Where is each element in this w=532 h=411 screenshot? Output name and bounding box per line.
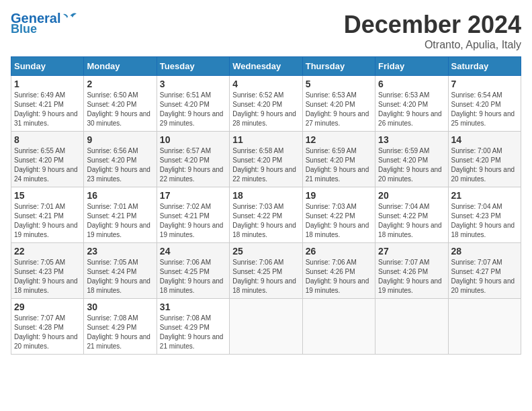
logo: General Blue	[11, 11, 78, 36]
day-info: Sunrise: 6:50 AM Sunset: 4:20 PM Dayligh…	[87, 91, 153, 128]
calendar-cell: 31 Sunrise: 7:08 AM Sunset: 4:29 PM Dayl…	[157, 299, 229, 355]
day-info: Sunrise: 6:52 AM Sunset: 4:20 PM Dayligh…	[232, 91, 299, 128]
day-number: 5	[306, 79, 372, 89]
day-info: Sunrise: 7:06 AM Sunset: 4:26 PM Dayligh…	[306, 258, 372, 295]
day-number: 7	[451, 79, 518, 89]
day-info: Sunrise: 6:51 AM Sunset: 4:20 PM Dayligh…	[160, 91, 226, 128]
day-info: Sunrise: 7:04 AM Sunset: 4:22 PM Dayligh…	[378, 202, 445, 240]
day-number: 8	[14, 134, 81, 145]
calendar-cell: 10 Sunrise: 6:57 AM Sunset: 4:20 PM Dayl…	[157, 132, 229, 187]
day-info: Sunrise: 7:04 AM Sunset: 4:23 PM Dayligh…	[451, 202, 518, 240]
calendar-cell	[302, 299, 375, 355]
day-info: Sunrise: 7:03 AM Sunset: 4:22 PM Dayligh…	[232, 202, 299, 240]
day-number: 1	[14, 79, 81, 89]
day-info: Sunrise: 7:01 AM Sunset: 4:21 PM Dayligh…	[87, 202, 153, 240]
day-number: 21	[451, 190, 518, 201]
day-number: 6	[378, 79, 445, 89]
calendar-cell: 29 Sunrise: 7:07 AM Sunset: 4:28 PM Dayl…	[11, 299, 84, 355]
calendar-cell: 12 Sunrise: 6:59 AM Sunset: 4:20 PM Dayl…	[302, 132, 375, 187]
calendar-cell: 20 Sunrise: 7:04 AM Sunset: 4:22 PM Dayl…	[375, 187, 448, 243]
day-number: 13	[378, 134, 445, 145]
day-number: 3	[160, 79, 226, 89]
calendar-cell	[230, 299, 302, 355]
day-info: Sunrise: 7:01 AM Sunset: 4:21 PM Dayligh…	[14, 202, 81, 240]
calendar-cell: 26 Sunrise: 7:06 AM Sunset: 4:26 PM Dayl…	[302, 243, 375, 299]
page-header: General Blue December 2024 Otranto, Apul…	[11, 11, 521, 51]
calendar-cell: 3 Sunrise: 6:51 AM Sunset: 4:20 PM Dayli…	[157, 76, 229, 132]
day-number: 11	[232, 134, 299, 145]
day-info: Sunrise: 7:06 AM Sunset: 4:25 PM Dayligh…	[160, 258, 226, 295]
day-info: Sunrise: 7:06 AM Sunset: 4:25 PM Dayligh…	[232, 258, 299, 295]
calendar-week-4: 22 Sunrise: 7:05 AM Sunset: 4:23 PM Dayl…	[11, 243, 521, 299]
day-info: Sunrise: 6:56 AM Sunset: 4:20 PM Dayligh…	[87, 146, 153, 184]
calendar-cell: 30 Sunrise: 7:08 AM Sunset: 4:29 PM Dayl…	[84, 299, 157, 355]
calendar-cell: 7 Sunrise: 6:54 AM Sunset: 4:20 PM Dayli…	[448, 76, 521, 132]
day-info: Sunrise: 7:02 AM Sunset: 4:21 PM Dayligh…	[160, 202, 226, 240]
calendar-header-thursday: Thursday	[302, 57, 375, 76]
calendar-cell: 24 Sunrise: 7:06 AM Sunset: 4:25 PM Dayl…	[157, 243, 229, 299]
day-number: 19	[306, 190, 372, 201]
calendar-header-row: SundayMondayTuesdayWednesdayThursdayFrid…	[11, 57, 521, 76]
calendar-cell: 5 Sunrise: 6:53 AM Sunset: 4:20 PM Dayli…	[302, 76, 375, 132]
day-number: 10	[160, 134, 226, 145]
day-number: 15	[14, 190, 81, 201]
day-info: Sunrise: 7:07 AM Sunset: 4:27 PM Dayligh…	[451, 258, 518, 295]
day-info: Sunrise: 6:57 AM Sunset: 4:20 PM Dayligh…	[160, 146, 226, 184]
calendar-cell: 25 Sunrise: 7:06 AM Sunset: 4:25 PM Dayl…	[230, 243, 302, 299]
day-number: 16	[87, 190, 153, 201]
calendar-header-friday: Friday	[375, 57, 448, 76]
logo-bird-icon	[63, 11, 78, 23]
day-number: 2	[87, 79, 153, 89]
day-info: Sunrise: 6:59 AM Sunset: 4:20 PM Dayligh…	[306, 146, 372, 184]
calendar-cell: 1 Sunrise: 6:49 AM Sunset: 4:21 PM Dayli…	[11, 76, 84, 132]
calendar-header-monday: Monday	[84, 57, 157, 76]
calendar-cell: 2 Sunrise: 6:50 AM Sunset: 4:20 PM Dayli…	[84, 76, 157, 132]
title-block: December 2024 Otranto, Apulia, Italy	[344, 11, 521, 51]
calendar-header-saturday: Saturday	[448, 57, 521, 76]
day-number: 17	[160, 190, 226, 201]
day-info: Sunrise: 6:53 AM Sunset: 4:20 PM Dayligh…	[378, 91, 445, 128]
day-number: 12	[306, 134, 372, 145]
calendar-table: SundayMondayTuesdayWednesdayThursdayFrid…	[11, 56, 521, 355]
day-number: 20	[378, 190, 445, 201]
month-title: December 2024	[344, 11, 521, 39]
day-info: Sunrise: 7:03 AM Sunset: 4:22 PM Dayligh…	[306, 202, 372, 240]
calendar-header-wednesday: Wednesday	[230, 57, 302, 76]
calendar-cell: 18 Sunrise: 7:03 AM Sunset: 4:22 PM Dayl…	[230, 187, 302, 243]
day-number: 14	[451, 134, 518, 145]
day-info: Sunrise: 7:05 AM Sunset: 4:23 PM Dayligh…	[14, 258, 81, 295]
day-info: Sunrise: 6:54 AM Sunset: 4:20 PM Dayligh…	[451, 91, 518, 128]
calendar-cell: 28 Sunrise: 7:07 AM Sunset: 4:27 PM Dayl…	[448, 243, 521, 299]
day-info: Sunrise: 7:07 AM Sunset: 4:28 PM Dayligh…	[14, 314, 81, 351]
calendar-body: 1 Sunrise: 6:49 AM Sunset: 4:21 PM Dayli…	[11, 76, 521, 355]
calendar-cell: 17 Sunrise: 7:02 AM Sunset: 4:21 PM Dayl…	[157, 187, 229, 243]
calendar-header-sunday: Sunday	[11, 57, 84, 76]
calendar-week-1: 1 Sunrise: 6:49 AM Sunset: 4:21 PM Dayli…	[11, 76, 521, 132]
day-info: Sunrise: 7:08 AM Sunset: 4:29 PM Dayligh…	[87, 314, 153, 351]
calendar-cell: 27 Sunrise: 7:07 AM Sunset: 4:26 PM Dayl…	[375, 243, 448, 299]
day-number: 27	[378, 246, 445, 257]
day-number: 29	[14, 302, 81, 312]
day-info: Sunrise: 6:53 AM Sunset: 4:20 PM Dayligh…	[306, 91, 372, 128]
day-number: 23	[87, 246, 153, 257]
day-number: 4	[232, 79, 299, 89]
day-number: 25	[232, 246, 299, 257]
calendar-cell: 11 Sunrise: 6:58 AM Sunset: 4:20 PM Dayl…	[230, 132, 302, 187]
location: Otranto, Apulia, Italy	[344, 39, 521, 51]
day-info: Sunrise: 6:59 AM Sunset: 4:20 PM Dayligh…	[378, 146, 445, 184]
calendar-cell: 19 Sunrise: 7:03 AM Sunset: 4:22 PM Dayl…	[302, 187, 375, 243]
calendar-cell	[448, 299, 521, 355]
calendar-week-3: 15 Sunrise: 7:01 AM Sunset: 4:21 PM Dayl…	[11, 187, 521, 243]
day-info: Sunrise: 7:00 AM Sunset: 4:20 PM Dayligh…	[451, 146, 518, 184]
day-number: 24	[160, 246, 226, 257]
calendar-header-tuesday: Tuesday	[157, 57, 229, 76]
calendar-cell: 9 Sunrise: 6:56 AM Sunset: 4:20 PM Dayli…	[84, 132, 157, 187]
day-number: 31	[160, 302, 226, 312]
calendar-cell: 23 Sunrise: 7:05 AM Sunset: 4:24 PM Dayl…	[84, 243, 157, 299]
calendar-week-5: 29 Sunrise: 7:07 AM Sunset: 4:28 PM Dayl…	[11, 299, 521, 355]
day-info: Sunrise: 6:55 AM Sunset: 4:20 PM Dayligh…	[14, 146, 81, 184]
day-number: 26	[306, 246, 372, 257]
day-number: 30	[87, 302, 153, 312]
calendar-week-2: 8 Sunrise: 6:55 AM Sunset: 4:20 PM Dayli…	[11, 132, 521, 187]
calendar-cell: 14 Sunrise: 7:00 AM Sunset: 4:20 PM Dayl…	[448, 132, 521, 187]
